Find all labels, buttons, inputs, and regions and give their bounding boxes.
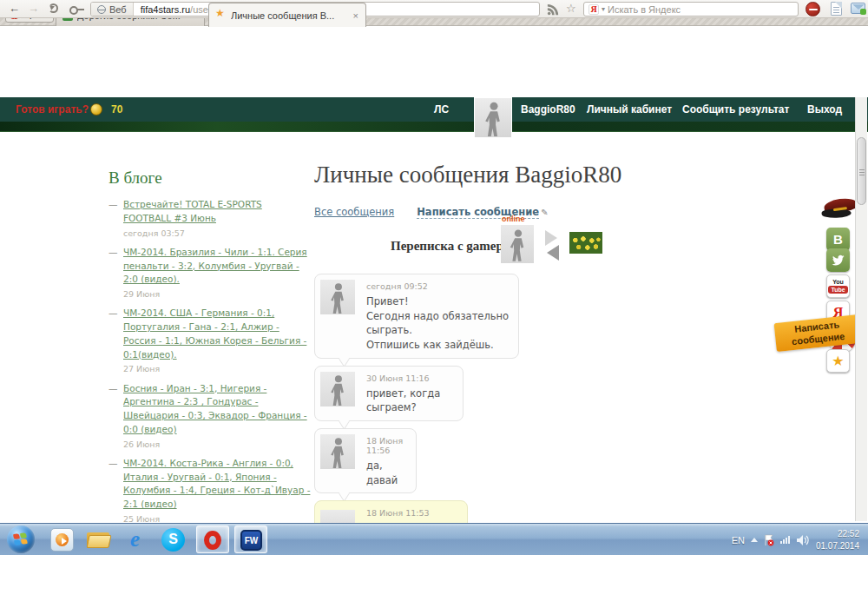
blog-date: 27 Июня <box>123 363 312 375</box>
youtube-label-bottom: Tube <box>828 286 847 294</box>
online-status: online <box>502 215 525 223</box>
message-bubble: 18 Июня 11:56 да, давай <box>314 428 417 493</box>
header-avatar[interactable] <box>474 97 512 138</box>
reload-icon[interactable] <box>49 3 58 13</box>
youtube-icon[interactable]: You Tube <box>826 274 850 298</box>
key-icon[interactable] <box>69 6 83 13</box>
blog-date: 29 Июня <box>123 288 312 301</box>
windows-flag-icon <box>13 532 29 546</box>
message-bubble: сегодня 09:52 Привет! Сегодня надо обяза… <box>314 274 519 359</box>
player-avatar <box>320 434 355 469</box>
internet-explorer-icon[interactable]: e <box>123 528 147 552</box>
browser-toolbar: ← → Веб fifa4stars.ru/userposts.php Я <box>0 0 868 18</box>
arrow-right-icon <box>545 230 557 246</box>
bookmark-star-icon[interactable] <box>566 2 576 15</box>
swap-arrows-icon <box>542 230 564 260</box>
header-decorative-strip <box>0 122 868 132</box>
scrollbar-thumb[interactable] <box>857 137 866 205</box>
volume-icon[interactable] <box>796 534 810 546</box>
opponent-avatar <box>569 232 602 254</box>
search-input[interactable] <box>608 4 793 15</box>
blog-link[interactable]: ЧМ-2014. Бразилия - Чили - 1:1. Серия пе… <box>123 247 307 285</box>
message-bubble-highlighted: 18 Июня 11:53 будеш турнир играть???? <box>314 500 468 523</box>
folder-front <box>86 535 111 548</box>
message-links-row: Все сообщения Написать сообщение <box>314 206 679 218</box>
coins-count: 70 <box>111 97 122 122</box>
tray-date: 01.07.2014 <box>816 541 859 551</box>
message-bubble: 30 Июня 11:16 привет, когда сыграем? <box>314 366 464 421</box>
search-engine-chevron-icon[interactable] <box>602 5 605 13</box>
message-list: сегодня 09:52 Привет! Сегодня надо обяза… <box>314 274 679 523</box>
forward-icon[interactable]: → <box>28 2 39 16</box>
scrollbar-track[interactable] <box>855 97 867 521</box>
favorite-star-icon[interactable]: ★ <box>826 349 850 373</box>
web-badge: Веб <box>91 3 134 16</box>
star-favicon-icon <box>215 10 227 21</box>
message-time: 30 Июня 11:16 <box>366 373 457 383</box>
explorer-icon[interactable] <box>87 528 110 552</box>
taskbar: e S FW EN 22:52 01.07.2014 <box>0 523 868 555</box>
rss-icon[interactable] <box>547 3 559 16</box>
fw-app-icon: FW <box>240 530 262 551</box>
action-center-flag-icon[interactable] <box>764 534 774 546</box>
mail-icon[interactable] <box>851 3 865 14</box>
user-avatar <box>501 225 534 263</box>
coin-icon <box>90 103 102 116</box>
message-text: Отпишись как зайдёшь. <box>366 338 513 353</box>
player-avatar <box>320 372 355 406</box>
blog-date: 25 Июня <box>123 513 312 523</box>
messages-main: Личные сообщения BaggioR80 Все сообщения… <box>314 162 679 523</box>
fw-app-taskbar-button[interactable]: FW <box>234 525 267 553</box>
nav-logout[interactable]: Выход <box>807 97 842 122</box>
clock[interactable]: 22:52 01.07.2014 <box>816 528 865 552</box>
network-icon[interactable] <box>780 536 790 544</box>
message-text: да, давай <box>366 459 411 487</box>
start-button[interactable] <box>7 525 35 553</box>
blog-item: ЧМ-2014. Бразилия - Чили - 1:1. Серия пе… <box>108 246 312 301</box>
site-header: Готов играть? 70 ЛС BaggioR80 Личный каб… <box>0 97 868 122</box>
nav-report-result[interactable]: Сообщить результат <box>682 97 789 122</box>
tray-time: 22:52 <box>838 529 859 539</box>
opera-icon <box>204 531 221 550</box>
tray-expand-chevron-icon[interactable] <box>751 538 758 542</box>
blog-item: ЧМ-2014. США - Германия - 0:1, Португали… <box>108 307 312 375</box>
globe-icon <box>97 5 106 14</box>
chat-header: online Переписка с gamepro fc <box>314 223 679 267</box>
nav-cabinet[interactable]: Личный кабинет <box>587 97 672 122</box>
yandex-favicon: Я <box>589 4 599 15</box>
message-text: Привет! <box>366 294 513 309</box>
blog-item: Босния - Иран - 3:1, Нигерия - Аргентина… <box>108 382 312 451</box>
team-avatar <box>320 510 355 523</box>
desktop: Opera Дорогие сборники Со... × Личные со… <box>0 0 868 608</box>
page-content: В блоге Встречайте! TOTAL E-SPORTS FOOTB… <box>0 132 868 523</box>
message-time: 18 Июня 11:56 <box>366 436 411 455</box>
vk-icon[interactable]: В <box>826 228 850 251</box>
search-box[interactable]: Я <box>583 2 799 17</box>
language-indicator[interactable]: EN <box>732 535 745 545</box>
blog-link[interactable]: ЧМ-2014. США - Германия - 0:1, Португали… <box>123 307 306 359</box>
page-icon[interactable] <box>831 2 842 16</box>
tab-private-messages[interactable]: Личные сообщения B... × <box>208 3 366 27</box>
back-icon[interactable]: ← <box>9 2 20 16</box>
skype-icon[interactable]: S <box>161 528 185 552</box>
nav-username[interactable]: BaggioR80 <box>521 97 575 122</box>
all-messages-link[interactable]: Все сообщения <box>314 206 394 218</box>
blog-item: ЧМ-2014. Коста-Рика - Англия - 0:0, Итал… <box>108 457 312 523</box>
nav-private-messages[interactable]: ЛС <box>434 97 449 122</box>
opera-taskbar-button[interactable] <box>196 525 229 553</box>
player-avatar <box>320 280 355 314</box>
blog-date: 26 Июня <box>123 439 312 451</box>
extension-icon[interactable] <box>806 2 820 17</box>
blog-date: сегодня 03:57 <box>123 228 312 240</box>
blog-link[interactable]: Босния - Иран - 3:1, Нигерия - Аргентина… <box>123 383 307 434</box>
web-badge-label: Веб <box>109 4 127 15</box>
media-player-icon[interactable] <box>50 528 74 552</box>
twitter-icon[interactable] <box>826 248 850 272</box>
blog-link[interactable]: Встречайте! TOTAL E-SPORTS FOOTBALL #3 И… <box>123 199 262 223</box>
blog-sidebar: В блоге Встречайте! TOTAL E-SPORTS FOOTB… <box>108 169 312 523</box>
tab-close-icon[interactable]: × <box>352 10 359 21</box>
blog-item: Встречайте! TOTAL E-SPORTS FOOTBALL #3 И… <box>108 198 312 240</box>
blog-link[interactable]: ЧМ-2014. Коста-Рика - Англия - 0:0, Итал… <box>123 458 310 509</box>
ready-to-play-link[interactable]: Готов играть? <box>16 97 89 122</box>
message-time: 18 Июня 11:53 <box>366 508 462 518</box>
